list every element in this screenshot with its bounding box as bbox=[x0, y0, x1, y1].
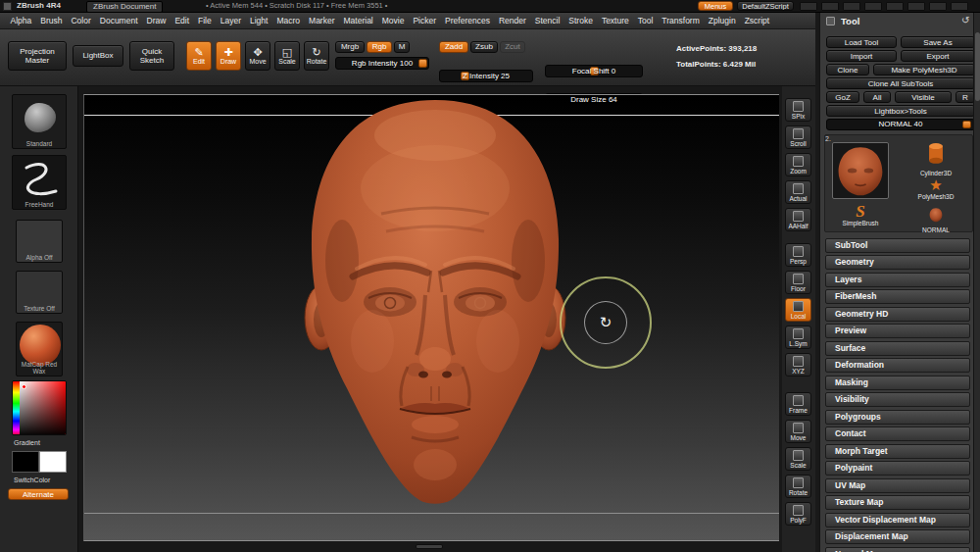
goz-visible-button[interactable]: Visible bbox=[895, 91, 952, 103]
panel-restore-icon[interactable]: ↺ bbox=[961, 15, 969, 25]
polyframe-button[interactable]: PolyF bbox=[785, 502, 811, 526]
aahalf-button[interactable]: AAHalf bbox=[785, 208, 811, 231]
menu-macro[interactable]: Macro bbox=[272, 13, 305, 28]
menu-transform[interactable]: Transform bbox=[658, 13, 704, 28]
lightbox-button[interactable]: LightBox bbox=[73, 45, 123, 67]
menu-material[interactable]: Material bbox=[339, 13, 377, 28]
document-canvas[interactable]: ↻ bbox=[83, 94, 779, 541]
section-surface[interactable]: Surface bbox=[825, 341, 970, 356]
menu-preferences[interactable]: Preferences bbox=[441, 13, 495, 28]
zoom-button[interactable]: Zoom bbox=[785, 153, 811, 176]
menu-zplugin[interactable]: Zplugin bbox=[704, 13, 740, 28]
rotate-mode-button[interactable]: ↻ Rotate bbox=[304, 41, 329, 71]
spix-button[interactable]: SPix bbox=[785, 98, 811, 122]
tool-panel-scrollbar[interactable] bbox=[973, 13, 980, 552]
frame-button[interactable]: Frame bbox=[785, 392, 811, 416]
current-brush-thumb[interactable]: Standard bbox=[12, 94, 67, 149]
titlebar-layout-icon-6[interactable] bbox=[907, 2, 925, 11]
menu-zscript[interactable]: Zscript bbox=[740, 13, 774, 28]
section-polygroups[interactable]: Polygroups bbox=[825, 410, 970, 425]
section-layers[interactable]: Layers bbox=[825, 273, 970, 287]
import-button[interactable]: Import bbox=[826, 50, 897, 62]
simplebrush-tool-thumb[interactable]: S SimpleBrush bbox=[832, 203, 889, 230]
current-texture-thumb[interactable]: Texture Off bbox=[16, 271, 63, 314]
actual-button[interactable]: Actual bbox=[785, 180, 811, 204]
section-preview[interactable]: Preview bbox=[825, 324, 970, 338]
menu-tool[interactable]: Tool bbox=[633, 13, 658, 28]
scroll-button[interactable]: Scroll bbox=[785, 125, 811, 149]
recent-tool-thumb[interactable]: NORMAL bbox=[905, 207, 967, 232]
zsub-button[interactable]: Zsub bbox=[470, 41, 498, 53]
zadd-button[interactable]: Zadd bbox=[439, 41, 468, 53]
menu-document[interactable]: Document bbox=[95, 13, 142, 28]
color-picker[interactable] bbox=[12, 380, 67, 435]
section-subtool[interactable]: SubTool bbox=[825, 238, 970, 253]
export-button[interactable]: Export bbox=[901, 50, 975, 62]
section-fibermesh[interactable]: FiberMesh bbox=[825, 289, 970, 304]
quick-sketch-button[interactable]: Quick Sketch bbox=[129, 41, 174, 71]
section-deformation[interactable]: Deformation bbox=[825, 358, 970, 373]
menu-draw[interactable]: Draw bbox=[142, 13, 171, 28]
z-intensity-slider[interactable]: Z Intensity 25 bbox=[439, 70, 533, 82]
draw-mode-button[interactable]: ✚ Draw bbox=[216, 41, 241, 71]
tool-name-slider[interactable]: NORMAL 40 bbox=[826, 119, 975, 130]
section-displacement-map[interactable]: Displacement Map bbox=[825, 529, 970, 544]
titlebar-layout-icon-4[interactable] bbox=[864, 2, 882, 11]
document-tab[interactable]: ZBrush Document bbox=[86, 1, 163, 13]
rgb-button[interactable]: Rgb bbox=[367, 41, 392, 53]
goz-all-button[interactable]: All bbox=[863, 91, 891, 103]
section-uv-map[interactable]: UV Map bbox=[825, 478, 970, 493]
m-button[interactable]: M bbox=[394, 41, 410, 53]
scale-mode-button[interactable]: ◱ Scale bbox=[274, 41, 300, 71]
clone-all-subtools-button[interactable]: Clone All SubTools bbox=[826, 77, 975, 89]
section-masking[interactable]: Masking bbox=[825, 376, 970, 390]
floor-button[interactable]: Floor bbox=[785, 271, 811, 294]
menu-stroke[interactable]: Stroke bbox=[564, 13, 598, 28]
lsym-button[interactable]: L.Sym bbox=[785, 326, 811, 349]
menu-brush[interactable]: Brush bbox=[36, 13, 67, 28]
default-zscript-button[interactable]: DefaultZScript bbox=[737, 1, 794, 11]
current-material-thumb[interactable]: MatCap Red Wax bbox=[16, 322, 63, 376]
section-contact[interactable]: Contact bbox=[825, 427, 970, 441]
menus-button[interactable]: Menus bbox=[698, 1, 733, 11]
save-as-button[interactable]: Save As bbox=[901, 36, 975, 48]
rotate-3d-button[interactable]: Rotate bbox=[785, 475, 811, 498]
menu-marker[interactable]: Marker bbox=[305, 13, 339, 28]
switch-black-swatch[interactable] bbox=[12, 451, 39, 473]
titlebar-layout-icon-2[interactable] bbox=[821, 2, 839, 11]
goz-r-button[interactable]: R bbox=[956, 91, 975, 103]
polymesh3d-tool-thumb[interactable]: ★ PolyMesh3D bbox=[905, 177, 967, 207]
hue-strip[interactable] bbox=[13, 381, 20, 435]
titlebar-layout-icon-1[interactable] bbox=[800, 2, 817, 11]
section-normal-map[interactable]: Normal Map bbox=[825, 547, 970, 552]
clone-button[interactable]: Clone bbox=[826, 64, 869, 75]
menu-texture[interactable]: Texture bbox=[597, 13, 633, 28]
cylinder3d-tool-thumb[interactable]: Cylinder3D bbox=[905, 140, 967, 176]
menu-alpha[interactable]: Alpha bbox=[6, 13, 36, 28]
goz-button[interactable]: GoZ bbox=[826, 91, 859, 103]
menu-color[interactable]: Color bbox=[67, 13, 95, 28]
titlebar-layout-icon-8[interactable] bbox=[951, 2, 968, 11]
scrollbar-knob[interactable] bbox=[975, 32, 980, 101]
section-morph-target[interactable]: Morph Target bbox=[825, 444, 970, 459]
saturation-square[interactable] bbox=[20, 381, 67, 435]
section-vector-displacement-map[interactable]: Vector Displacement Map bbox=[825, 513, 970, 527]
projection-master-button[interactable]: Projection Master bbox=[8, 41, 67, 71]
move-mode-button[interactable]: ✥ Move bbox=[245, 41, 270, 71]
rotate-gizmo-icon[interactable]: ↻ bbox=[584, 301, 627, 344]
titlebar-layout-icon-5[interactable] bbox=[886, 2, 904, 11]
current-alpha-thumb[interactable]: Alpha Off bbox=[16, 220, 63, 263]
persp-button[interactable]: Persp bbox=[785, 243, 811, 267]
switch-white-swatch[interactable] bbox=[39, 451, 67, 473]
menu-render[interactable]: Render bbox=[494, 13, 530, 28]
section-visibility[interactable]: Visibility bbox=[825, 392, 970, 407]
load-tool-button[interactable]: Load Tool bbox=[826, 36, 897, 48]
section-geometry[interactable]: Geometry bbox=[825, 255, 970, 270]
lightbox-tools-button[interactable]: Lightbox>Tools bbox=[826, 105, 975, 117]
local-button[interactable]: Local bbox=[785, 298, 811, 322]
current-stroke-thumb[interactable]: FreeHand bbox=[12, 155, 67, 210]
menu-stencil[interactable]: Stencil bbox=[530, 13, 564, 28]
draw-size-slider[interactable]: Draw Size 64 bbox=[545, 93, 643, 106]
alternate-button[interactable]: Alternate bbox=[8, 488, 69, 500]
menu-movie[interactable]: Movie bbox=[377, 13, 409, 28]
